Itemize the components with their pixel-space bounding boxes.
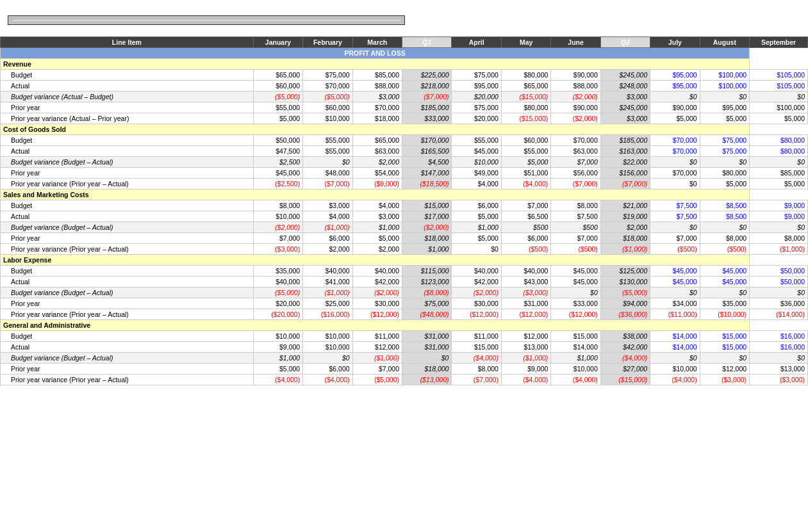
cell-value: $8,000: [750, 233, 808, 244]
cell-value: $18,000: [600, 233, 650, 244]
cell-value: $7,000: [352, 364, 402, 375]
cell-value: $125,000: [600, 266, 650, 277]
cell-value: $22,000: [600, 157, 650, 168]
cell-value: $95,000: [452, 81, 501, 92]
table-row: Budget variance (Budget – Actual)($5,000…: [1, 287, 808, 298]
cell-value: $7,000: [501, 200, 550, 211]
cell-value: $55,000: [303, 146, 352, 157]
table-header-row: Line Item January February March Q1 Apri…: [1, 37, 808, 48]
table-row: Prior year variance (Prior year – Actual…: [1, 309, 808, 320]
cell-value: ($2,000): [551, 92, 600, 102]
cell-value: $5,000: [253, 364, 302, 375]
row-label: Budget: [1, 70, 254, 81]
cell-value: $31,000: [501, 298, 550, 309]
cell-value: $19,000: [600, 211, 650, 222]
cell-value: $7,500: [650, 211, 700, 222]
cell-value: $3,000: [600, 113, 650, 124]
cell-value: $0: [750, 157, 808, 168]
cell-value: $34,000: [650, 298, 700, 309]
cell-value: $31,000: [402, 342, 452, 353]
row-label: Prior year variance (Prior year – Actual…: [1, 179, 254, 189]
cell-value: $8,000: [551, 200, 600, 211]
cell-value: $75,000: [452, 70, 501, 81]
cell-value: $0: [303, 157, 352, 168]
cell-value: $100,000: [700, 70, 749, 81]
cell-value: $30,000: [352, 298, 402, 309]
header: [0, 0, 808, 10]
cell-value: $47,500: [253, 146, 302, 157]
cell-value: $33,000: [551, 298, 600, 309]
cell-value: $1,000: [402, 244, 452, 255]
cell-value: $16,000: [750, 331, 808, 342]
row-label: Actual: [1, 342, 254, 353]
cell-value: $45,000: [253, 168, 302, 179]
cell-value: ($4,000): [650, 375, 700, 385]
table-row: Budget$35,000$40,000$40,000$115,000$40,0…: [1, 266, 808, 277]
cell-value: $60,000: [501, 135, 550, 146]
cell-value: $75,000: [452, 102, 501, 113]
cell-value: ($15,000): [600, 375, 650, 385]
col-header-sep: September: [750, 37, 808, 48]
cell-value: $60,000: [303, 102, 352, 113]
cell-value: $0: [650, 222, 700, 233]
cell-value: $85,000: [750, 168, 808, 179]
cell-value: $4,000: [303, 211, 352, 222]
cell-value: $4,500: [402, 157, 452, 168]
cell-value: $49,000: [452, 168, 501, 179]
cell-value: $45,000: [551, 277, 600, 287]
cell-value: $6,000: [303, 233, 352, 244]
cell-value: $4,000: [452, 179, 501, 189]
table-row: Actual$40,000$41,000$42,000$123,000$42,0…: [1, 277, 808, 287]
cell-value: ($2,000): [253, 222, 302, 233]
table-row: Prior year variance (Actual – Prior year…: [1, 113, 808, 124]
cell-value: $95,000: [650, 81, 700, 92]
cell-value: $0: [750, 222, 808, 233]
cell-value: $55,000: [452, 135, 501, 146]
row-label: Actual: [1, 211, 254, 222]
table-row: Budget variance (Budget – Actual)($2,000…: [1, 222, 808, 233]
category-row: General and Administrative: [1, 320, 808, 331]
row-label: Budget: [1, 200, 254, 211]
cell-value: ($7,000): [402, 92, 452, 102]
cell-value: $7,000: [650, 233, 700, 244]
cell-value: $40,000: [352, 266, 402, 277]
cell-value: $245,000: [600, 70, 650, 81]
category-row: Cost of Goods Sold: [1, 124, 808, 135]
row-label: Budget variance (Budget – Actual): [1, 353, 254, 364]
cell-value: $63,000: [352, 146, 402, 157]
table-row: Actual$47,500$55,000$63,000$165,500$45,0…: [1, 146, 808, 157]
cell-value: $94,000: [600, 298, 650, 309]
row-label: Prior year variance (Actual – Prior year…: [1, 113, 254, 124]
cell-value: ($15,000): [501, 92, 550, 102]
row-label: Budget: [1, 331, 254, 342]
cell-value: $18,000: [352, 113, 402, 124]
row-label: Prior year variance (Prior year – Actual…: [1, 375, 254, 385]
row-label: Budget: [1, 266, 254, 277]
cell-value: $95,000: [650, 70, 700, 81]
cell-value: $45,000: [551, 266, 600, 277]
cell-value: $21,000: [600, 200, 650, 211]
cell-value: $6,000: [452, 200, 501, 211]
cell-value: $54,000: [352, 168, 402, 179]
section-profit-loss: PROFIT AND LOSS: [1, 48, 808, 59]
cell-value: $40,000: [303, 266, 352, 277]
cell-value: $5,000: [253, 113, 302, 124]
cell-value: $80,000: [700, 168, 749, 179]
col-header-q2: Q2: [600, 37, 650, 48]
col-header-feb: February: [303, 37, 352, 48]
budget-table: Line Item January February March Q1 Apri…: [0, 36, 808, 385]
cell-value: ($36,000): [600, 309, 650, 320]
row-label: Budget: [1, 135, 254, 146]
cell-value: $35,000: [700, 298, 749, 309]
col-header-q1: Q1: [402, 37, 452, 48]
cell-value: ($500): [501, 244, 550, 255]
cell-value: $5,000: [501, 157, 550, 168]
cell-value: ($15,000): [501, 113, 550, 124]
cell-value: $75,000: [700, 135, 749, 146]
cell-value: $18,000: [402, 233, 452, 244]
table-row: Budget variance (Budget – Actual)$1,000$…: [1, 353, 808, 364]
cell-value: $156,000: [600, 168, 650, 179]
cell-value: $80,000: [750, 146, 808, 157]
cell-value: ($48,000): [402, 309, 452, 320]
cell-value: $90,000: [551, 70, 600, 81]
